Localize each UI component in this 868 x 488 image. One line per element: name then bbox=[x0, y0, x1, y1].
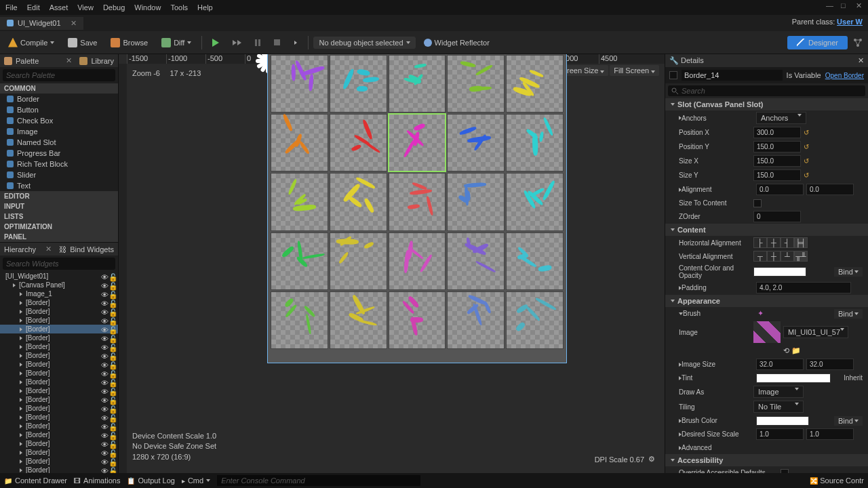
hierarchy-search[interactable]: Search Widgets bbox=[3, 258, 115, 270]
border-widget[interactable] bbox=[447, 291, 505, 349]
menu-file[interactable]: File bbox=[5, 3, 18, 12]
viewport[interactable]: -1500-1000-50005001000150020002500300035… bbox=[119, 54, 665, 474]
menu-view[interactable]: View bbox=[77, 3, 94, 12]
content-category[interactable]: Content bbox=[665, 224, 868, 236]
pause-button[interactable] bbox=[250, 37, 266, 48]
hierarchy-item[interactable]: [Border]👁🔓 bbox=[0, 325, 118, 333]
color-swatch[interactable] bbox=[753, 267, 806, 277]
hierarchy-item[interactable]: [Border]👁🔓 bbox=[0, 422, 118, 430]
sizex-input[interactable]: 150.0 bbox=[753, 155, 801, 167]
variable-checkbox[interactable] bbox=[669, 71, 677, 79]
image-thumbnail[interactable] bbox=[753, 321, 781, 343]
border-widget[interactable] bbox=[506, 291, 564, 349]
hierarchy-item[interactable]: [Canvas Panel]👁🔓 bbox=[0, 281, 118, 289]
compile-button[interactable]: Compile bbox=[3, 36, 60, 49]
hierarchy-item[interactable]: [Border]👁🔓 bbox=[0, 333, 118, 342]
border-widget[interactable] bbox=[389, 55, 446, 113]
desired-x-input[interactable]: 1.0 bbox=[756, 428, 804, 440]
hierarchy-item[interactable]: [Border]👁🔓 bbox=[0, 369, 118, 378]
hierarchy-item[interactable]: [Border]👁🔓 bbox=[0, 342, 118, 351]
border-widget[interactable] bbox=[447, 232, 505, 290]
hierarchy-item[interactable]: [Border]👁🔓 bbox=[0, 448, 118, 457]
palette-category[interactable]: COMMON bbox=[0, 83, 118, 94]
content-drawer-button[interactable]: 📁 Content Drawer bbox=[4, 476, 67, 485]
valign-buttons[interactable]: ┬┼┴╥╨ bbox=[753, 251, 808, 262]
hierarchy-item[interactable]: [Border]👁🔓 bbox=[0, 298, 118, 307]
step-button[interactable] bbox=[227, 38, 247, 47]
bind-button[interactable]: Bind bbox=[834, 416, 863, 426]
palette-item[interactable]: Check Box bbox=[0, 115, 118, 126]
hierarchy-item[interactable]: [Border]👁🔓 bbox=[0, 316, 118, 325]
palette-item[interactable]: Border bbox=[0, 94, 118, 104]
details-search[interactable]: Search bbox=[668, 85, 865, 96]
tab-widget[interactable]: UI_Widget01 ✕ bbox=[0, 17, 83, 30]
save-button[interactable]: Save bbox=[62, 36, 102, 49]
border-widget[interactable] bbox=[447, 55, 505, 113]
hierarchy-item[interactable]: [Border]👁🔓 bbox=[0, 439, 118, 448]
border-widget[interactable] bbox=[506, 232, 564, 290]
palette-item[interactable]: Slider bbox=[0, 169, 118, 180]
palette-search[interactable]: Search Palette bbox=[3, 69, 115, 81]
hierarchy-item[interactable]: [Border]👁🔓 bbox=[0, 395, 118, 404]
parent-class-link[interactable]: User W bbox=[837, 18, 863, 26]
hierarchy-item[interactable]: [Border]👁🔓 bbox=[0, 307, 118, 316]
reset-icon[interactable]: ↺ bbox=[804, 157, 809, 165]
border-widget[interactable] bbox=[389, 232, 446, 290]
palette-item[interactable]: Progress Bar bbox=[0, 148, 118, 159]
debug-object-dropdown[interactable]: No debug object selected bbox=[313, 37, 415, 49]
posy-input[interactable]: 150.0 bbox=[753, 141, 801, 152]
palette-item[interactable]: Button bbox=[0, 104, 118, 115]
imgsize-y-input[interactable]: 32.0 bbox=[806, 359, 854, 370]
bind-widgets-tab[interactable]: Bind Widgets bbox=[70, 245, 114, 253]
use-icon[interactable]: ⟲ bbox=[783, 346, 789, 355]
output-log-button[interactable]: 📋 Output Log bbox=[127, 476, 174, 485]
border-widget[interactable] bbox=[271, 291, 328, 349]
palette-category[interactable]: PANEL bbox=[0, 232, 118, 242]
image-asset-dropdown[interactable]: MI_UI01_UI_57 bbox=[783, 326, 848, 338]
object-name-input[interactable] bbox=[682, 70, 783, 81]
border-widget[interactable] bbox=[506, 173, 564, 230]
widget-reflector-button[interactable]: Widget Reflector bbox=[418, 37, 495, 49]
bind-button[interactable]: Bind bbox=[834, 309, 863, 319]
hierarchy-item[interactable]: [Border]👁🔓 bbox=[0, 457, 118, 466]
canvas-frame[interactable] bbox=[268, 54, 566, 363]
hierarchy-item[interactable]: [Border]👁🔓 bbox=[0, 351, 118, 360]
browse-icon[interactable]: 📁 bbox=[791, 346, 801, 355]
reset-icon[interactable]: ↺ bbox=[804, 143, 809, 150]
accessibility-category[interactable]: Accessibility bbox=[665, 454, 868, 466]
sizey-input[interactable]: 150.0 bbox=[753, 169, 801, 181]
library-tab[interactable]: Library bbox=[91, 57, 114, 65]
hierarchy-close-icon[interactable]: ✕ bbox=[45, 245, 52, 253]
hierarchy-item[interactable]: [Border]👁🔓 bbox=[0, 360, 118, 369]
tab-close-icon[interactable]: ✕ bbox=[71, 19, 77, 28]
menu-asset[interactable]: Asset bbox=[50, 3, 68, 12]
maximize-icon[interactable]: □ bbox=[841, 1, 849, 9]
palette-category[interactable]: EDITOR bbox=[0, 191, 118, 201]
skip-button[interactable] bbox=[288, 39, 303, 46]
border-widget[interactable] bbox=[330, 173, 387, 230]
palette-item[interactable]: Rich Text Block bbox=[0, 159, 118, 169]
border-widget[interactable] bbox=[389, 114, 446, 171]
diff-button[interactable]: Diff bbox=[156, 36, 197, 49]
hierarchy-item[interactable]: [UI_Widget01]👁🔓 bbox=[0, 272, 118, 281]
padding-input[interactable]: 4.0, 2.0 bbox=[756, 282, 851, 293]
stop-button[interactable] bbox=[269, 37, 285, 47]
align-y-input[interactable]: 0.0 bbox=[806, 184, 854, 195]
border-widget[interactable] bbox=[271, 55, 328, 113]
menu-debug[interactable]: Debug bbox=[103, 3, 125, 12]
menu-help[interactable]: Help bbox=[197, 3, 213, 12]
border-widget[interactable] bbox=[389, 173, 446, 230]
border-widget[interactable] bbox=[330, 114, 387, 171]
border-widget[interactable] bbox=[330, 55, 387, 113]
menu-window[interactable]: Window bbox=[134, 3, 161, 12]
border-widget[interactable] bbox=[506, 55, 564, 113]
graph-button[interactable] bbox=[850, 35, 865, 50]
posx-input[interactable]: 300.0 bbox=[753, 127, 801, 138]
halign-buttons[interactable]: ├┼┤╞╡ bbox=[753, 237, 808, 248]
zorder-input[interactable]: 0 bbox=[753, 211, 801, 222]
border-widget[interactable] bbox=[506, 114, 564, 171]
sizecontent-checkbox[interactable] bbox=[753, 199, 762, 207]
hierarchy-item[interactable]: [Border]👁🔓 bbox=[0, 404, 118, 413]
palette-category[interactable]: INPUT bbox=[0, 201, 118, 211]
tiling-dropdown[interactable]: No Tile bbox=[753, 401, 804, 413]
